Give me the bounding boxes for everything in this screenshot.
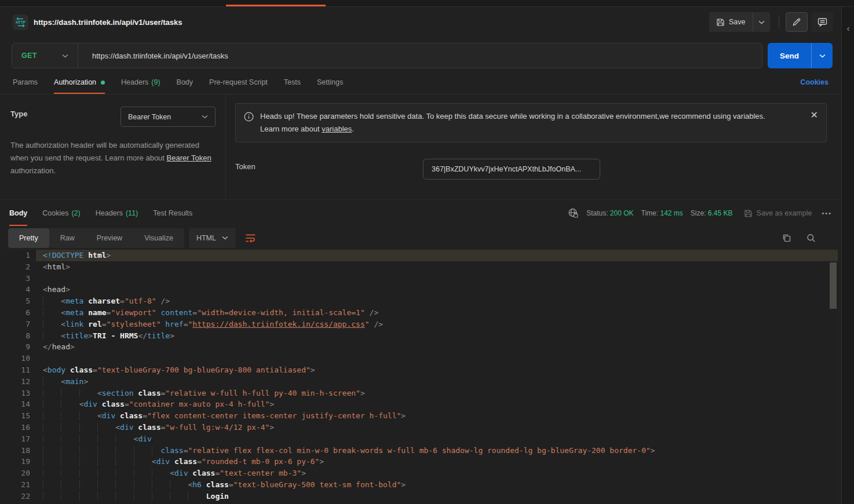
code-line[interactable]: 12 <main> xyxy=(0,376,838,388)
code-line[interactable]: 17 <div xyxy=(0,433,838,445)
tab-tests[interactable]: Tests xyxy=(284,71,301,94)
code-line[interactable]: 9</head> xyxy=(0,341,838,353)
size-value: 6.45 KB xyxy=(708,209,733,217)
code-line-content: <link rel="stylesheet" href="https://das… xyxy=(36,319,838,330)
save-as-example-button[interactable]: Save as example xyxy=(744,209,812,218)
response-tab-headers[interactable]: Headers(11) xyxy=(96,200,138,226)
code-line[interactable]: 22 Login xyxy=(0,491,838,502)
view-mode-raw[interactable]: Raw xyxy=(49,228,86,248)
send-button[interactable]: Send xyxy=(768,43,811,68)
tab-label: Test Results xyxy=(153,209,192,217)
active-tab-underline xyxy=(226,5,326,6)
method-select[interactable]: GET xyxy=(12,52,78,60)
code-line[interactable]: 2<html> xyxy=(0,261,838,273)
line-number: 1 xyxy=(0,250,36,261)
info-icon xyxy=(244,112,254,136)
collapse-sidebar-icon[interactable]: ‹ xyxy=(842,23,854,33)
line-number: 14 xyxy=(0,399,36,410)
code-line-content: <head> xyxy=(36,284,838,295)
response-tab-body[interactable]: Body xyxy=(9,200,27,226)
more-options-icon[interactable]: ••• xyxy=(822,210,832,217)
code-line[interactable]: 4<head> xyxy=(0,284,838,295)
bearer-token-link[interactable]: Bearer Token xyxy=(167,154,211,162)
code-line-content: <title>TRI - HRMS</title> xyxy=(36,330,838,342)
language-select[interactable]: HTML xyxy=(189,228,236,248)
code-line[interactable]: 5 <meta charset="utf-8" /> xyxy=(0,295,838,307)
code-line-content: <meta name="viewport" content="width=dev… xyxy=(36,307,838,319)
size-label: Size: xyxy=(691,209,706,217)
tab-label: Authorization xyxy=(54,78,96,86)
chevron-down-icon xyxy=(222,236,228,240)
response-tab-cookies[interactable]: Cookies(2) xyxy=(42,200,80,226)
code-line[interactable]: 10 xyxy=(0,353,838,364)
code-line[interactable]: 16 <div class="w-full lg:w-4/12 px-4"> xyxy=(0,422,838,433)
edit-button[interactable] xyxy=(786,12,808,32)
auth-type-label: Type xyxy=(10,109,27,118)
time-pair: Time: 142 ms xyxy=(641,209,683,217)
code-line[interactable]: 7 <link rel="stylesheet" href="https://d… xyxy=(0,319,838,330)
chevron-down-icon xyxy=(819,54,826,58)
auth-type-select[interactable]: Bearer Token xyxy=(121,107,216,127)
view-mode-pretty[interactable]: Pretty xyxy=(8,228,49,248)
line-number: 10 xyxy=(0,353,36,364)
code-line[interactable]: 1<!DOCTYPE html> xyxy=(0,250,838,261)
code-line[interactable]: 20 <div class="text-center mb-3"> xyxy=(0,468,838,479)
copy-icon[interactable] xyxy=(782,233,791,243)
code-line[interactable]: 13 <section class="relative w-full h-ful… xyxy=(0,388,838,399)
send-options-button[interactable] xyxy=(811,43,833,68)
wrap-text-button[interactable] xyxy=(242,229,260,247)
save-button[interactable]: Save xyxy=(709,12,753,32)
view-mode-visualize[interactable]: Visualize xyxy=(133,228,184,248)
code-line-content: class="relative flex flex-col min-w-0 br… xyxy=(36,445,838,456)
view-mode-switcher: PrettyRawPreviewVisualize xyxy=(8,228,184,248)
tab-label: Params xyxy=(13,78,38,86)
code-line[interactable]: 18 class="relative flex flex-col min-w-0… xyxy=(0,445,838,456)
tab-authorization[interactable]: Authorization xyxy=(54,71,105,94)
sensitive-data-banner: Heads up! These parameters hold sensitiv… xyxy=(235,103,827,143)
close-icon[interactable]: ✕ xyxy=(811,111,818,120)
code-line[interactable]: 6 <meta name="viewport" content="width=d… xyxy=(0,307,838,319)
code-line-content: <meta charset="utf-8" /> xyxy=(36,295,838,307)
save-button-group: Save xyxy=(709,12,770,32)
tab-settings[interactable]: Settings xyxy=(317,71,343,94)
tab-headers[interactable]: Headers(9) xyxy=(121,71,160,94)
cookies-link[interactable]: Cookies xyxy=(800,71,829,94)
view-mode-preview[interactable]: Preview xyxy=(86,228,133,248)
banner-line1: Heads up! These parameters hold sensitiv… xyxy=(260,110,765,123)
search-icon[interactable] xyxy=(806,233,816,243)
tab-label: Tests xyxy=(284,78,301,86)
response-tab-test-results[interactable]: Test Results xyxy=(153,200,192,226)
token-input[interactable] xyxy=(423,159,600,180)
save-as-example-label: Save as example xyxy=(757,209,812,217)
wrap-text-icon xyxy=(245,233,256,243)
line-number: 4 xyxy=(0,284,36,295)
tab-pre-request-script[interactable]: Pre-request Script xyxy=(209,71,268,94)
url-input[interactable] xyxy=(78,52,762,60)
tab-label: Headers xyxy=(96,209,123,217)
http-request-icon: HTTP xyxy=(13,14,28,30)
code-line[interactable]: 21 <h6 class="text-blueGray-500 text-sm … xyxy=(0,479,838,491)
code-line-content: <!DOCTYPE html> xyxy=(36,250,838,261)
tab-params[interactable]: Params xyxy=(13,71,38,94)
save-options-button[interactable] xyxy=(753,12,770,32)
code-line[interactable]: 19 <div class="rounded-t mb-0 px-6 py-6"… xyxy=(0,456,838,468)
code-line[interactable]: 14 <div class="container mx-auto px-4 h-… xyxy=(0,399,838,410)
chevron-down-icon xyxy=(62,54,68,58)
code-line[interactable]: 8 <title>TRI - HRMS</title> xyxy=(0,330,838,342)
response-body-editor[interactable]: 1<!DOCTYPE html>2<html>34<head>5 <meta c… xyxy=(0,250,838,504)
token-label: Token xyxy=(235,162,256,171)
auth-description-suffix: authorization. xyxy=(10,166,56,175)
tab-body[interactable]: Body xyxy=(177,71,194,94)
line-number: 12 xyxy=(0,376,36,388)
line-number: 22 xyxy=(0,491,36,502)
line-number: 19 xyxy=(0,456,36,468)
comments-button[interactable] xyxy=(811,12,833,32)
code-line[interactable]: 11<body class="text-blueGray-700 bg-blue… xyxy=(0,364,838,376)
line-number: 9 xyxy=(0,341,36,353)
code-line[interactable]: 3 xyxy=(0,273,838,284)
variables-link[interactable]: variables xyxy=(322,125,352,133)
network-status-icon[interactable] xyxy=(568,208,579,218)
editor-scrollbar[interactable] xyxy=(830,262,837,309)
active-auth-dot xyxy=(101,81,105,85)
code-line[interactable]: 15 <div class="flex content-center items… xyxy=(0,410,838,422)
